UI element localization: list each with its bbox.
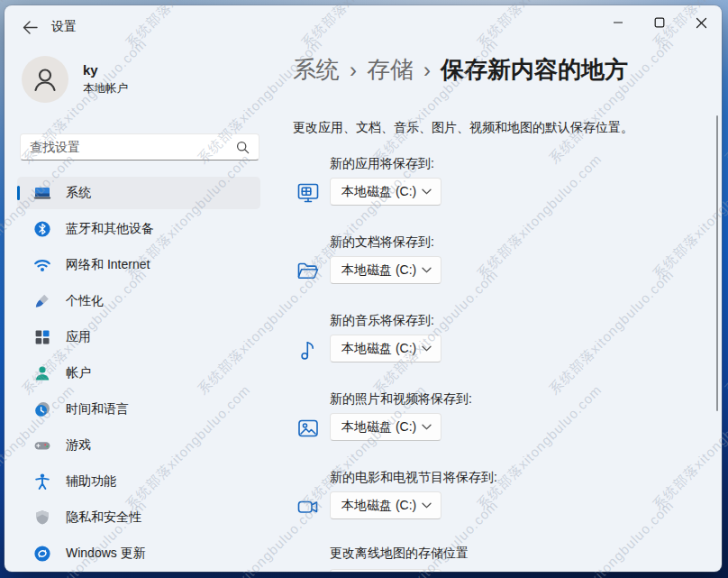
music-drive-dropdown[interactable]: 本地磁盘 (C:)	[330, 335, 441, 362]
scrollbar-thumb[interactable]	[716, 115, 719, 411]
personalization-icon	[33, 292, 51, 310]
sidebar-item-label: 时间和语言	[66, 401, 129, 417]
search-input[interactable]	[30, 140, 236, 154]
movies-drive-dropdown[interactable]: 本地磁盘 (C:)	[330, 491, 441, 519]
accounts-icon	[33, 364, 51, 382]
user-card[interactable]: ky 本地帐户	[22, 56, 256, 106]
search-box[interactable]	[20, 133, 259, 161]
apps-icon	[33, 328, 51, 346]
dropdown-value: 本地磁盘 (C:)	[341, 184, 416, 200]
sidebar-item-privacy-security[interactable]: 隐私和安全性	[17, 501, 260, 534]
sidebar-item-network-internet[interactable]: 网络和 Internet	[17, 249, 260, 281]
maps-drive-dropdown[interactable]: 本地磁盘 (C:)	[330, 569, 441, 572]
page-description: 更改应用、文档、音乐、图片、视频和地图的默认保存位置。	[293, 120, 633, 136]
minimize-button[interactable]	[597, 5, 639, 40]
search-icon	[236, 141, 250, 154]
new-apps-icon	[296, 180, 321, 206]
breadcrumb-system[interactable]: 系统	[293, 54, 340, 86]
sidebar-item-label: 系统	[66, 185, 91, 201]
user-account-type: 本地帐户	[83, 81, 128, 96]
maximize-icon	[654, 17, 665, 28]
chevron-down-icon	[422, 424, 432, 430]
sidebar-item-windows-update[interactable]: Windows 更新	[17, 537, 260, 570]
new-movies-icon	[296, 494, 321, 519]
breadcrumb: 系统 › 存储 › 保存新内容的地方	[293, 54, 628, 86]
close-icon	[696, 17, 707, 29]
save-location-section-music: 新的音乐将保存到: 本地磁盘 (C:)	[296, 313, 692, 391]
network-icon	[33, 256, 51, 274]
watermark-text: 系统部落xitongbuluo.com	[722, 266, 728, 399]
sidebar-nav: 系统 蓝牙和其他设备 网络和 Internet 个性化 应用 帐户 时间和语言	[17, 177, 260, 572]
dropdown-value: 本地磁盘 (C:)	[341, 341, 416, 357]
chevron-down-icon	[422, 188, 432, 195]
sidebar-item-label: 应用	[66, 329, 91, 345]
breadcrumb-separator: ›	[423, 58, 431, 83]
sidebar-item-label: Windows 更新	[66, 546, 146, 562]
close-button[interactable]	[680, 5, 722, 40]
section-label: 新的音乐将保存到:	[330, 313, 434, 329]
breadcrumb-separator: ›	[350, 58, 357, 83]
section-label: 新的电影和电视节目将保存到:	[330, 470, 497, 486]
chevron-down-icon	[422, 502, 432, 509]
save-location-section-photos: 新的照片和视频将保存到: 本地磁盘 (C:)	[296, 391, 692, 470]
sidebar-item-bluetooth-devices[interactable]: 蓝牙和其他设备	[17, 213, 260, 245]
time-language-icon	[33, 400, 51, 418]
new-documents-icon	[296, 259, 321, 284]
sidebar-item-accounts[interactable]: 帐户	[17, 357, 260, 390]
save-location-section-apps: 新的应用将保存到: 本地磁盘 (C:)	[296, 156, 692, 234]
dropdown-value: 本地磁盘 (C:)	[341, 498, 416, 514]
sidebar-item-label: 隐私和安全性	[66, 509, 141, 526]
chevron-down-icon	[422, 345, 432, 352]
apps-drive-dropdown[interactable]: 本地磁盘 (C:)	[330, 178, 441, 206]
back-arrow-icon	[23, 21, 38, 34]
sidebar-item-label: 蓝牙和其他设备	[66, 221, 154, 237]
breadcrumb-storage[interactable]: 存储	[367, 54, 414, 86]
section-label: 新的文档将保存到:	[330, 234, 434, 251]
sidebar-item-personalization[interactable]: 个性化	[17, 285, 260, 317]
app-title: 设置	[51, 19, 77, 35]
sidebar-item-time-language[interactable]: 时间和语言	[17, 393, 260, 426]
accessibility-icon	[33, 472, 51, 491]
person-icon	[30, 64, 60, 95]
gaming-icon	[33, 436, 51, 454]
sidebar-item-label: 游戏	[66, 437, 91, 454]
sidebar-item-system[interactable]: 系统	[17, 177, 260, 209]
sidebar-item-label: 网络和 Internet	[66, 257, 150, 273]
minimize-icon	[613, 17, 623, 28]
window-controls	[597, 5, 722, 40]
dropdown-value: 本地磁盘 (C:)	[341, 419, 416, 436]
new-music-icon	[296, 337, 321, 362]
privacy-icon	[33, 509, 51, 527]
save-location-section-movies: 新的电影和电视节目将保存到: 本地磁盘 (C:)	[296, 470, 692, 548]
watermark-text: 系统部落xitongbuluo.com	[722, 497, 728, 578]
avatar	[22, 56, 68, 103]
sidebar-item-gaming[interactable]: 游戏	[17, 429, 260, 462]
windows-update-icon	[33, 545, 51, 563]
bluetooth-icon	[33, 220, 51, 238]
system-icon	[33, 184, 51, 202]
documents-drive-dropdown[interactable]: 本地磁盘 (C:)	[330, 256, 441, 284]
offline-maps-label: 更改离线地图的存储位置	[330, 546, 469, 562]
save-location-section-documents: 新的文档将保存到: 本地磁盘 (C:)	[296, 234, 692, 313]
user-name: ky	[83, 62, 98, 78]
section-label: 新的照片和视频将保存到:	[330, 391, 472, 408]
section-label: 新的应用将保存到:	[330, 156, 434, 172]
new-photos-icon	[296, 416, 321, 441]
back-button[interactable]	[16, 16, 43, 38]
settings-window: 设置 ky 本地帐户 系统 蓝牙和其他设备	[5, 5, 722, 572]
chevron-down-icon	[422, 267, 432, 273]
sidebar-item-label: 辅助功能	[66, 473, 116, 490]
sidebar-item-accessibility[interactable]: 辅助功能	[17, 465, 260, 498]
watermark-text: 系统部落xitongbuluo.com	[722, 35, 728, 168]
page-title: 保存新内容的地方	[441, 54, 628, 86]
photos-drive-dropdown[interactable]: 本地磁盘 (C:)	[330, 413, 441, 441]
sidebar-item-label: 个性化	[66, 293, 104, 309]
sidebar-item-apps[interactable]: 应用	[17, 321, 260, 353]
dropdown-value: 本地磁盘 (C:)	[341, 262, 416, 279]
sidebar-item-label: 帐户	[66, 365, 91, 381]
maximize-button[interactable]	[639, 5, 680, 40]
